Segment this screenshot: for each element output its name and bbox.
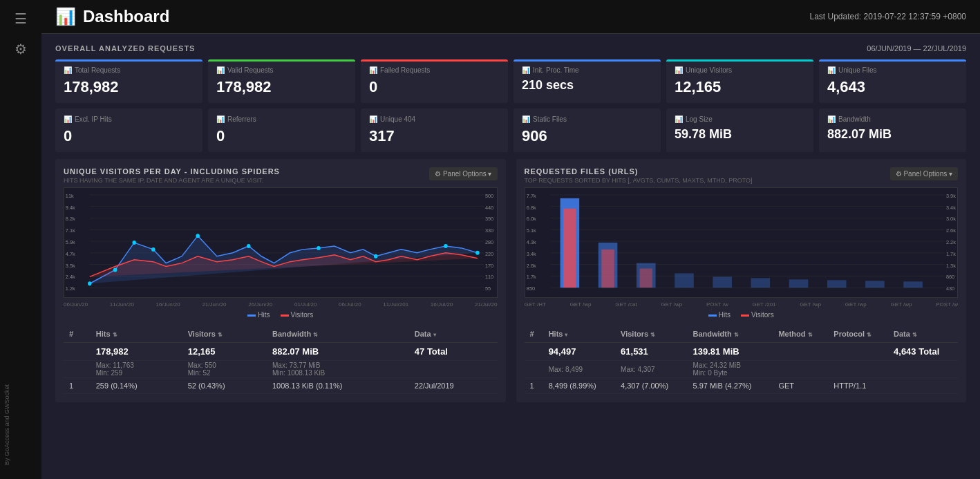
svg-text:3.4k: 3.4k: [526, 251, 536, 257]
svg-text:9.4k: 9.4k: [66, 204, 75, 210]
svg-text:6.0k: 6.0k: [526, 216, 536, 222]
col-bandwidth[interactable]: Bandwidth ⇅: [267, 326, 409, 343]
stat-value: 12,165: [675, 78, 805, 96]
chart-icon: 📊: [369, 115, 377, 123]
stat-value: 178,982: [216, 78, 347, 96]
table-row: 1 259 (0.14%) 52 (0.43%) 1008.13 KiB (0.…: [64, 378, 498, 394]
row-num: 1: [525, 378, 543, 394]
files-chart-x-labels: GET /HT GET /wp GET /cat GET /wp POST /w…: [525, 301, 959, 308]
files-panel-subtitle: TOP REQUESTS SORTED BY HITS [, AVGTS, CU…: [525, 177, 753, 184]
stat-total-requests: 📊 Total Requests 178,982: [55, 59, 202, 103]
svg-point-28: [113, 268, 117, 272]
row-hits: 8,499 (8.99%): [543, 378, 615, 394]
stat-label: 📊 Bandwidth: [827, 115, 958, 123]
svg-point-32: [247, 244, 251, 248]
total-hits: 94,497: [543, 343, 615, 361]
svg-text:7.1k: 7.1k: [66, 227, 75, 234]
chart-icon: 📊: [827, 115, 836, 123]
visitors-panel-subtitle: HITS HAVING THE SAME IP, DATE AND AGENT …: [64, 177, 280, 184]
svg-text:280: 280: [485, 239, 493, 245]
stat-value: 0: [64, 127, 194, 145]
files-panel-options-button[interactable]: ⚙ Panel Options ▾: [890, 167, 958, 180]
svg-rect-71: [827, 280, 846, 288]
col-visitors[interactable]: Visitors ⇅: [182, 326, 267, 343]
chart-icon: 📊: [522, 66, 530, 74]
stat-label: 📊 Unique Files: [827, 66, 958, 74]
total-bandwidth: 139.81 MiB: [687, 343, 773, 361]
svg-text:330: 330: [485, 227, 493, 234]
svg-point-33: [317, 246, 321, 250]
row-data: 22/Jul/2019: [409, 378, 498, 394]
last-updated-text: Last Updated: 2019-07-22 12:37:59 +0800: [809, 12, 966, 21]
row-visitors: 4,307 (7.00%): [615, 378, 687, 394]
col-bandwidth[interactable]: Bandwidth ⇅: [687, 326, 773, 343]
stat-unique-files: 📊 Unique Files 4,643: [819, 59, 966, 103]
table-sub-row: Max: 11,763 Min: 259 Max: 550 Min: 52 Ma…: [64, 361, 498, 378]
chart-icon: 📊: [64, 66, 72, 74]
stat-value: 882.07 MiB: [827, 127, 958, 142]
stat-label: 📊 Valid Requests: [216, 66, 347, 74]
row-bandwidth: 5.97 MiB (4.27%): [687, 378, 773, 394]
visitors-panel-options-button[interactable]: ⚙ Panel Options ▾: [429, 167, 497, 180]
svg-point-35: [444, 244, 448, 248]
visitors-chart: 11k 9.4k 8.2k 7.1k 5.9k 4.7k 3.5k 2.4k 1…: [64, 187, 498, 298]
row-visitors: 52 (0.43%): [182, 378, 267, 394]
row-protocol: HTTP/1.1: [828, 378, 888, 394]
stat-bandwidth: 📊 Bandwidth 882.07 MiB: [819, 109, 966, 152]
dashboard-icon: 📊: [55, 7, 76, 26]
stat-label: 📊 Init. Proc. Time: [522, 66, 652, 74]
stat-value: 906: [522, 127, 652, 145]
stat-label: 📊 Unique Visitors: [675, 66, 805, 74]
visitors-data-table: # Hits ⇅ Visitors ⇅ Bandwidth ⇅ Data ▾ 1…: [64, 326, 498, 394]
total-visitors: 12,165: [182, 343, 267, 361]
col-visitors[interactable]: Visitors ⇅: [615, 326, 687, 343]
menu-icon[interactable]: ☰: [15, 10, 27, 27]
svg-text:3.4k: 3.4k: [945, 204, 955, 210]
svg-rect-72: [865, 281, 885, 288]
table-sub-row: Max: 8,499 Max: 4,307 Max: 24.32 MiB Min…: [525, 361, 959, 378]
svg-text:500: 500: [485, 193, 493, 199]
svg-text:220: 220: [485, 251, 493, 257]
stats-row-1: 📊 Total Requests 178,982 📊 Valid Request…: [55, 59, 966, 103]
col-protocol[interactable]: Protocol ⇅: [828, 326, 888, 343]
sidebar-footer-text: By GoAccess and GWSocket: [3, 384, 10, 465]
chart-icon: 📊: [522, 115, 530, 123]
svg-text:3.5k: 3.5k: [66, 262, 75, 268]
col-method[interactable]: Method ⇅: [773, 326, 828, 343]
svg-point-31: [196, 234, 200, 238]
svg-rect-76: [639, 269, 652, 288]
files-data-table: # Hits ▾ Visitors ⇅ Bandwidth ⇅ Method ⇅…: [525, 326, 959, 394]
svg-point-29: [132, 241, 136, 245]
chart-icon: 📊: [369, 66, 377, 74]
col-data[interactable]: Data ⇅: [888, 326, 958, 343]
col-hits[interactable]: Hits ⇅: [91, 326, 182, 343]
col-num[interactable]: #: [64, 326, 91, 343]
sidebar: ☰ ⚙ By GoAccess and GWSocket: [0, 0, 41, 479]
stat-label: 📊 Referrers: [216, 115, 347, 123]
svg-text:2.6k: 2.6k: [945, 227, 955, 234]
files-chart-legend: Hits Visitors: [525, 311, 959, 319]
svg-text:3.9k: 3.9k: [945, 193, 955, 199]
bandwidth-max-min: Max: 73.77 MiB Min: 1008.13 KiB: [267, 361, 409, 378]
stat-value: 210 secs: [522, 78, 652, 93]
header-title: 📊 Dashboard: [55, 7, 169, 26]
row-bandwidth: 1008.13 KiB (0.11%): [267, 378, 409, 394]
svg-rect-73: [903, 281, 923, 288]
svg-text:11k: 11k: [66, 193, 74, 199]
svg-point-34: [374, 254, 378, 259]
stat-value: 0: [369, 78, 500, 96]
svg-text:8.2k: 8.2k: [66, 216, 75, 222]
col-data[interactable]: Data ▾: [409, 326, 498, 343]
svg-text:2.2k: 2.2k: [945, 239, 955, 245]
svg-text:55: 55: [485, 285, 491, 292]
col-hits[interactable]: Hits ▾: [543, 326, 615, 343]
total-visitors: 61,531: [615, 343, 687, 361]
col-num[interactable]: #: [525, 326, 543, 343]
stat-value: 0: [216, 127, 347, 145]
stat-label: 📊 Static Files: [522, 115, 652, 123]
stat-label: 📊 Failed Requests: [369, 66, 500, 74]
stats-row-2: 📊 Excl. IP Hits 0 📊 Referrers 0 📊 Unique…: [55, 109, 966, 152]
visitors-chart-x-labels: 06/Jun/20 11/Jun/20 16/Jun/20 21/Jun/20 …: [64, 301, 498, 308]
svg-rect-70: [789, 279, 808, 288]
gear-icon[interactable]: ⚙: [15, 41, 27, 57]
